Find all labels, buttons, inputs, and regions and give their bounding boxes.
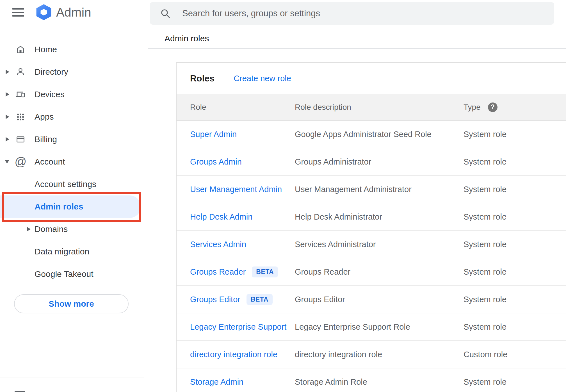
role-type: System role bbox=[464, 212, 566, 222]
roles-title: Roles bbox=[190, 73, 214, 84]
role-type: System role bbox=[464, 377, 566, 387]
role-type: System role bbox=[464, 157, 566, 167]
role-description: Groups Administrator bbox=[295, 157, 464, 167]
breadcrumb-divider bbox=[148, 48, 566, 49]
role-type: Custom role bbox=[464, 350, 566, 359]
table-row: directory integration role directory int… bbox=[177, 341, 566, 368]
table-row: Super Admin Google Apps Administrator Se… bbox=[177, 121, 566, 148]
sidebar-item-directory[interactable]: Directory bbox=[0, 61, 141, 83]
expand-right-icon[interactable] bbox=[6, 115, 9, 119]
role-link[interactable]: User Management Admin bbox=[190, 185, 282, 194]
table-row: Groups Admin Groups Administrator System… bbox=[177, 148, 566, 176]
expand-right-icon[interactable] bbox=[6, 70, 9, 74]
sidebar-item-admin-roles[interactable]: Admin roles bbox=[0, 195, 141, 218]
sidebar-item-apps[interactable]: Apps bbox=[0, 106, 141, 128]
sidebar-item-account[interactable]: @ Account bbox=[0, 151, 141, 173]
table-row: Legacy Enterprise Support Legacy Enterpr… bbox=[177, 313, 566, 341]
sidebar-item-data-migration[interactable]: Data migration bbox=[0, 240, 141, 263]
sidebar-item-domains[interactable]: Domains bbox=[0, 218, 141, 240]
role-type: System role bbox=[464, 295, 566, 304]
table-row: Groups EditorBETA Groups Editor System r… bbox=[177, 286, 566, 313]
role-type: System role bbox=[464, 322, 566, 332]
column-header-description: Role description bbox=[295, 103, 464, 112]
sidebar-item-billing[interactable]: Billing bbox=[0, 128, 141, 151]
apps-grid-icon bbox=[15, 112, 26, 122]
role-description: Legacy Enterprise Support Role bbox=[295, 322, 464, 332]
role-link[interactable]: Groups Editor bbox=[190, 295, 240, 304]
column-header-type: Type ? bbox=[464, 102, 566, 112]
role-link[interactable]: Help Desk Admin bbox=[190, 212, 252, 222]
role-link[interactable]: Storage Admin bbox=[190, 377, 243, 387]
create-new-role-link[interactable]: Create new role bbox=[234, 74, 291, 83]
person-icon bbox=[15, 67, 26, 77]
role-type: System role bbox=[464, 185, 566, 194]
role-description: Google Apps Administrator Seed Role bbox=[295, 130, 464, 139]
sidebar-item-account-settings[interactable]: Account settings bbox=[0, 173, 141, 195]
home-icon bbox=[15, 44, 26, 54]
role-type: System role bbox=[464, 130, 566, 139]
role-description: Storage Admin Role bbox=[295, 377, 464, 387]
roles-card-header: Roles Create new role bbox=[177, 63, 566, 94]
role-description: Help Desk Administrator bbox=[295, 212, 464, 222]
table-row: Storage Admin Storage Admin Role System … bbox=[177, 368, 566, 392]
admin-logo-text: Admin bbox=[56, 5, 91, 19]
role-description: directory integration role bbox=[295, 350, 464, 359]
roles-card: Roles Create new role Role Role descript… bbox=[176, 62, 566, 392]
help-icon[interactable]: ? bbox=[488, 102, 497, 112]
role-description: User Management Administrator bbox=[295, 185, 464, 194]
credit-card-icon bbox=[15, 134, 26, 144]
menu-icon[interactable] bbox=[12, 8, 24, 17]
search-input[interactable] bbox=[182, 8, 519, 19]
role-link[interactable]: Groups Admin bbox=[190, 157, 242, 167]
column-header-role: Role bbox=[177, 103, 295, 112]
sidebar-divider bbox=[0, 377, 144, 377]
admin-logo: Admin bbox=[35, 4, 91, 20]
role-type: System role bbox=[464, 240, 566, 249]
role-link[interactable]: Services Admin bbox=[190, 240, 246, 249]
expand-right-icon[interactable] bbox=[27, 227, 31, 231]
expand-right-icon[interactable] bbox=[6, 137, 9, 142]
role-link[interactable]: directory integration role bbox=[190, 350, 277, 359]
sidebar: Home Directory Devices bbox=[0, 38, 146, 285]
table-row: Help Desk Admin Help Desk Administrator … bbox=[177, 203, 566, 231]
table-row: User Management Admin User Management Ad… bbox=[177, 176, 566, 203]
table-body: Super Admin Google Apps Administrator Se… bbox=[177, 121, 566, 392]
expand-right-icon[interactable] bbox=[6, 92, 9, 97]
table-row: Services Admin Services Administrator Sy… bbox=[177, 231, 566, 258]
search-bar[interactable] bbox=[150, 2, 554, 25]
table-header-row: Role Role description Type ? bbox=[177, 94, 566, 121]
role-link[interactable]: Groups Reader bbox=[190, 267, 246, 277]
sidebar-item-devices[interactable]: Devices bbox=[0, 83, 141, 106]
search-icon bbox=[160, 8, 170, 19]
breadcrumb: Admin roles bbox=[165, 34, 209, 43]
sidebar-item-google-takeout[interactable]: Google Takeout bbox=[0, 263, 141, 285]
role-description: Groups Editor bbox=[295, 295, 464, 304]
role-description: Services Administrator bbox=[295, 240, 464, 249]
at-icon: @ bbox=[15, 155, 27, 168]
admin-console: Admin Admin roles Home Directory bbox=[0, 0, 566, 392]
partial-bottom-icon bbox=[15, 391, 25, 392]
beta-badge: BETA bbox=[247, 294, 273, 305]
show-more-button[interactable]: Show more bbox=[14, 294, 129, 313]
beta-badge: BETA bbox=[252, 266, 278, 277]
devices-icon bbox=[15, 89, 26, 99]
sidebar-item-home[interactable]: Home bbox=[0, 38, 141, 61]
role-type: System role bbox=[464, 267, 566, 277]
role-description: Groups Reader bbox=[295, 267, 464, 277]
expand-down-icon[interactable] bbox=[5, 160, 9, 164]
table-row: Groups ReaderBETA Groups Reader System r… bbox=[177, 258, 566, 286]
role-link[interactable]: Legacy Enterprise Support bbox=[190, 322, 286, 332]
role-link[interactable]: Super Admin bbox=[190, 130, 237, 139]
admin-logo-icon bbox=[35, 4, 52, 20]
